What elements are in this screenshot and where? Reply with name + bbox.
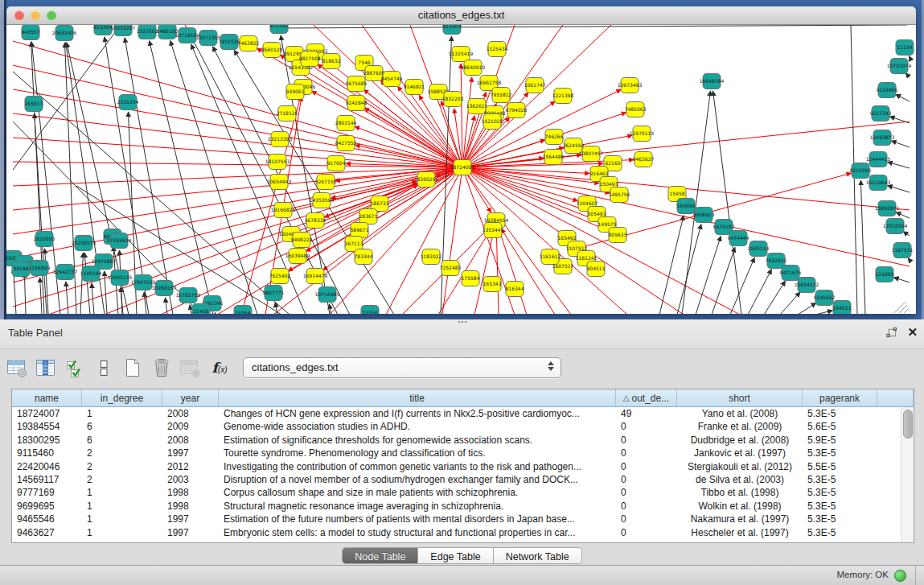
- table-cell[interactable]: 5.3E-5: [803, 447, 877, 459]
- table-cell[interactable]: Dudbridge et al. (2008): [677, 434, 803, 447]
- table-cell[interactable]: 0: [616, 420, 677, 433]
- graph-node[interactable]: 813304: [443, 25, 462, 35]
- graph-node[interactable]: 19364: [234, 306, 252, 315]
- table-cell[interactable]: 5.3E-5: [803, 526, 877, 539]
- graph-node[interactable]: 121605: [876, 267, 894, 282]
- graph-node[interactable]: 9463627: [633, 152, 655, 167]
- graph-node[interactable]: 1353445: [483, 223, 504, 238]
- column-chooser-icon[interactable]: [34, 356, 58, 380]
- column-header-year[interactable]: year: [162, 389, 219, 406]
- graph-node[interactable]: 15892971: [875, 201, 900, 216]
- table-cell[interactable]: 5.6E-5: [803, 420, 877, 433]
- graph-node[interactable]: 11154: [896, 40, 914, 56]
- graph-node[interactable]: 17016504: [883, 219, 908, 234]
- table-cell[interactable]: Franke et al. (2009): [677, 420, 803, 433]
- table-row[interactable]: 1456911722003Disruption of a novel membe…: [12, 473, 914, 486]
- graph-node[interactable]: 589671: [351, 223, 369, 238]
- table-cell[interactable]: 9115460: [12, 447, 82, 459]
- table-cell[interactable]: 5.9E-5: [803, 434, 877, 447]
- table-cell[interactable]: Genome-wide association studies in ADHD.: [219, 420, 616, 433]
- graph-node[interactable]: 9146821: [404, 80, 425, 95]
- table-cell[interactable]: 0: [616, 500, 677, 513]
- column-header-pagerank[interactable]: pagerank: [803, 389, 877, 406]
- table-cell[interactable]: Stergiakouli et al. (2012): [677, 460, 803, 473]
- table-scrollbar-thumb[interactable]: [903, 410, 913, 439]
- table-cell[interactable]: 0: [616, 473, 677, 486]
- close-panel-icon[interactable]: ✕: [907, 325, 918, 340]
- graph-node[interactable]: 39194: [12, 262, 30, 277]
- resize-grip-icon[interactable]: [899, 305, 907, 313]
- table-cell[interactable]: 0: [616, 434, 677, 447]
- graph-node[interactable]: 2620650: [34, 232, 55, 247]
- table-row[interactable]: 1872400712008Changes of HCN gene express…: [12, 407, 914, 420]
- table-cell[interactable]: Structural magnetic resonance image aver…: [219, 500, 616, 513]
- graph-node[interactable]: 20206575: [72, 236, 97, 251]
- graph-node[interactable]: 10958167: [152, 281, 177, 296]
- table-cell[interactable]: Corpus callosum shape and size in male p…: [219, 486, 616, 499]
- delete-trash-icon[interactable]: [150, 356, 174, 380]
- graph-node[interactable]: 175584: [462, 271, 480, 286]
- function-builder-icon[interactable]: f(x): [207, 356, 232, 380]
- graph-node[interactable]: 9227343: [870, 106, 892, 122]
- graph-node[interactable]: 904511: [587, 262, 606, 277]
- table-cell[interactable]: 5.3E-5: [803, 407, 877, 420]
- graph-node[interactable]: 2718126: [277, 106, 298, 122]
- table-cell[interactable]: 9465546: [12, 513, 82, 525]
- graph-node[interactable]: 7915526: [219, 35, 240, 50]
- tab-node-table[interactable]: Node Table: [342, 547, 418, 564]
- table-row[interactable]: 969969511998Structural magnetic resonanc…: [12, 500, 914, 513]
- graph-node[interactable]: 7252483: [440, 261, 462, 276]
- graph-node[interactable]: 1061747: [524, 78, 546, 93]
- table-cell[interactable]: 18724007: [12, 407, 82, 420]
- column-header-name[interactable]: name: [12, 389, 82, 406]
- table-cell[interactable]: 0: [616, 526, 677, 539]
- table-settings-icon[interactable]: [5, 356, 29, 380]
- graph-node[interactable]: 12444415: [866, 152, 891, 167]
- table-cell[interactable]: 2008: [162, 434, 219, 447]
- graph-node[interactable]: 9827508: [299, 51, 321, 67]
- graph-node[interactable]: 8427552: [335, 136, 357, 151]
- graph-node[interactable]: 10053287: [111, 25, 136, 36]
- table-scrollbar[interactable]: [901, 407, 914, 542]
- table-cell[interactable]: 1997: [162, 526, 219, 539]
- graph-node[interactable]: 2105334: [117, 95, 139, 110]
- graph-node[interactable]: 783344: [355, 249, 373, 265]
- graph-node[interactable]: 19166825: [271, 203, 296, 218]
- graph-node[interactable]: 13213393: [268, 132, 293, 147]
- table-cell[interactable]: 1997: [162, 447, 219, 459]
- table-cell[interactable]: 1: [82, 486, 162, 499]
- table-cell[interactable]: 1998: [162, 486, 219, 499]
- new-document-icon[interactable]: [121, 356, 145, 380]
- table-cell[interactable]: 22420046: [12, 460, 82, 473]
- graph-node[interactable]: 1527602: [137, 25, 158, 39]
- panel-drag-handle[interactable]: [458, 320, 467, 323]
- graph-node[interactable]: 7625402: [269, 269, 291, 284]
- table-cell[interactable]: Embryonic stem cells: a model to study s…: [219, 526, 616, 539]
- table-row[interactable]: 946554611997Estimation of the future num…: [12, 513, 914, 525]
- table-cell[interactable]: 5.3E-5: [803, 513, 877, 525]
- graph-node[interactable]: 9129966: [877, 83, 898, 98]
- graph-node[interactable]: 12975115: [630, 126, 655, 142]
- graph-node[interactable]: 8958923: [693, 208, 715, 223]
- graph-node[interactable]: 6794028: [506, 103, 528, 118]
- table-row[interactable]: 911546021997Tourette syndrome. Phenomeno…: [12, 447, 914, 459]
- graph-node[interactable]: 5678334: [305, 213, 326, 229]
- rows-icon[interactable]: [92, 356, 116, 380]
- table-cell[interactable]: 1997: [162, 513, 219, 525]
- table-select-dropdown[interactable]: citations_edges.txt: [243, 357, 561, 378]
- table-cell[interactable]: Wolkin et al. (1998): [677, 500, 803, 513]
- resize-grip-icon[interactable]: [904, 308, 909, 313]
- column-header-title[interactable]: title: [219, 389, 616, 406]
- graph-node[interactable]: 18300295: [414, 172, 439, 187]
- graph-node[interactable]: 1564486: [543, 150, 565, 165]
- graph-node[interactable]: 12093873: [870, 130, 895, 146]
- graph-node[interactable]: 21466: [192, 304, 210, 315]
- graph-node[interactable]: 10807457: [579, 146, 604, 162]
- network-canvas-area[interactable]: 1872400718300295193845549405572069140681…: [6, 25, 916, 314]
- graph-node[interactable]: 19716485: [315, 287, 340, 303]
- graph-node[interactable]: 1183022: [421, 249, 442, 265]
- table-row[interactable]: 1830029562008Estimation of significance …: [12, 434, 914, 447]
- table-cell[interactable]: 6: [82, 434, 162, 447]
- graph-node[interactable]: 16671355: [196, 31, 221, 46]
- graph-node[interactable]: 1125434: [487, 42, 508, 57]
